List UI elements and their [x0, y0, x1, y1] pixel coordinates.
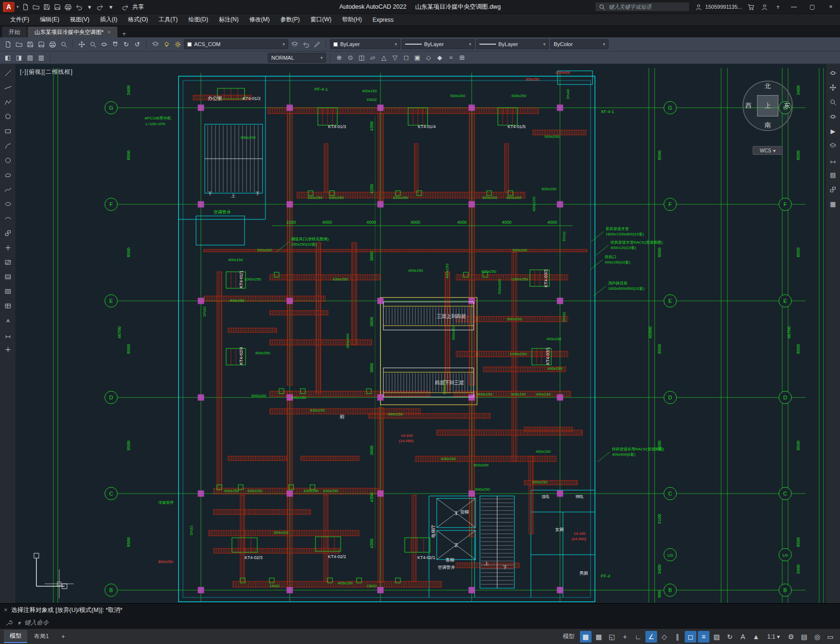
circle-icon[interactable] — [3, 155, 13, 165]
make-current-layer-icon[interactable] — [290, 39, 299, 49]
menu-item-9[interactable]: 参数(P) — [275, 16, 305, 24]
undo-icon[interactable] — [74, 2, 84, 12]
draw-order-front-icon[interactable]: ◧ — [3, 53, 13, 63]
insert-block-icon[interactable] — [3, 228, 13, 238]
annotation-scale-icon[interactable]: 1:1 ▾ — [763, 631, 784, 643]
model-space-canvas[interactable]: [-][俯视][二维线框] 北 南 西 东 上 WCS▾ 三层上到四层四层下到三… — [16, 64, 825, 603]
menu-item-12[interactable]: Express — [367, 17, 399, 23]
divide-icon[interactable] — [3, 345, 13, 354]
plot-icon[interactable] — [48, 39, 57, 49]
viewcube-south[interactable]: 南 — [765, 121, 771, 130]
gradient-icon[interactable] — [3, 272, 13, 281]
mirror-icon[interactable]: ▱ — [368, 53, 378, 63]
menu-item-4[interactable]: 格式(O) — [123, 16, 153, 24]
plot-icon[interactable] — [64, 2, 73, 12]
measure-tool-icon[interactable] — [828, 155, 838, 165]
recent-commands-caret[interactable]: ▾ — [17, 619, 20, 627]
clean-screen-icon[interactable]: ▭ — [824, 631, 836, 643]
layer-previous-icon[interactable] — [301, 39, 311, 49]
show-motion-icon[interactable]: ▶ — [828, 126, 838, 136]
lineweight-combo[interactable]: ByLayer▾ — [476, 39, 549, 49]
hide-objects-icon[interactable]: ▥ — [36, 53, 46, 63]
orbit-tool-icon[interactable] — [828, 112, 838, 121]
text-style-combo[interactable]: NORMAL▾ — [268, 53, 326, 63]
viewcube-top-face[interactable]: 上 — [757, 95, 778, 116]
model-paper-toggle-icon[interactable]: 模型 — [559, 631, 578, 643]
match-properties-icon[interactable] — [312, 39, 322, 49]
hatch-icon[interactable] — [3, 257, 13, 267]
tab-active-drawing[interactable]: 山东某项目冷媒中央空调图* × — [28, 27, 117, 37]
menu-item-10[interactable]: 窗口(W) — [305, 16, 337, 24]
object-snap-icon[interactable]: ◻ — [685, 631, 696, 643]
minimize-button[interactable]: — — [787, 0, 801, 14]
polyline-icon[interactable] — [3, 97, 13, 107]
quick-properties-icon[interactable]: ▤ — [798, 631, 810, 643]
arc-icon[interactable] — [3, 141, 13, 150]
linear-dimension-icon[interactable] — [3, 330, 13, 340]
new-file-icon[interactable] — [3, 39, 13, 49]
model-tab[interactable]: 模型 — [4, 630, 27, 643]
ellipse-arc-icon[interactable] — [3, 214, 13, 223]
command-close-icon[interactable]: × — [4, 607, 7, 613]
plotstyle-combo[interactable]: ByColor▾ — [550, 39, 609, 49]
new-tab-button[interactable]: + — [118, 30, 130, 37]
array-down-icon[interactable]: ▽ — [390, 53, 400, 63]
viewcube-west[interactable]: 西 — [745, 101, 752, 110]
menu-item-0[interactable]: 文件(F) — [5, 16, 34, 24]
navigation-wheel-icon[interactable] — [828, 68, 838, 78]
tab-close-icon[interactable]: × — [107, 29, 110, 35]
grid-tool-icon[interactable]: ⊞ — [457, 53, 467, 63]
help-search-input[interactable]: 键入关键字或短语 — [595, 2, 690, 12]
isometric-drafting-icon[interactable]: ◇ — [659, 631, 670, 643]
revision-cloud-icon[interactable] — [3, 170, 13, 180]
lineweight-display-icon[interactable]: ≡ — [698, 631, 709, 643]
layer-on-sun-icon[interactable] — [173, 39, 182, 49]
undo-caret-icon[interactable]: ▾ — [85, 2, 95, 12]
open-file-icon[interactable] — [14, 39, 24, 49]
color-combo[interactable]: ByLayer▾ — [330, 39, 400, 49]
autodesk-a-icon[interactable] — [759, 2, 769, 12]
layer-off-bulb-icon[interactable] — [162, 39, 171, 49]
draw-order-back-icon[interactable]: ◨ — [14, 53, 24, 63]
osnap-magnet-icon[interactable] — [110, 39, 120, 49]
polygon-icon[interactable] — [3, 112, 13, 121]
menu-item-7[interactable]: 标注(N) — [214, 16, 244, 24]
menu-item-2[interactable]: 视图(V) — [65, 16, 95, 24]
app-store-cart-icon[interactable] — [746, 2, 756, 12]
multiline-text-icon[interactable]: A — [3, 315, 13, 325]
menu-item-3[interactable]: 插入(I) — [95, 16, 122, 24]
regen-icon[interactable]: ↺ — [132, 39, 142, 49]
save-as-icon[interactable] — [53, 2, 63, 12]
spline-icon[interactable] — [3, 184, 13, 194]
tab-start[interactable]: 开始 — [2, 27, 27, 37]
point-icon[interactable] — [3, 243, 13, 252]
linetype-combo[interactable]: ByLayer▾ — [402, 39, 475, 49]
layer-properties-icon[interactable] — [150, 39, 160, 49]
command-line-panel[interactable]: × 选择注释对象或 [放弃(U)/模式(M)]: *取消* ▾ 键入命令 — [0, 603, 840, 628]
rectangle-icon[interactable] — [3, 126, 13, 136]
polar-tracking-icon[interactable]: ∠ — [645, 631, 657, 643]
object-snap-tracking-icon[interactable]: ∥ — [672, 631, 683, 643]
save-icon[interactable] — [42, 2, 52, 12]
close-button[interactable]: × — [824, 0, 838, 14]
diamond-osnap-icon[interactable]: ◇ — [424, 53, 433, 63]
ellipse-icon[interactable] — [3, 199, 13, 209]
save-as-icon[interactable] — [36, 39, 46, 49]
infer-constraints-icon[interactable]: ◱ — [606, 631, 618, 643]
pan-icon[interactable] — [77, 39, 86, 49]
workspace-switching-icon[interactable]: ⚙ — [785, 631, 797, 643]
app-menu-caret[interactable]: ▾ — [16, 4, 19, 9]
ortho-mode-icon[interactable]: ∟ — [632, 631, 644, 643]
add-layout-button[interactable]: + — [56, 631, 71, 642]
isolate-objects-icon[interactable]: ▤ — [25, 53, 35, 63]
customize-wrench-icon[interactable] — [4, 618, 14, 627]
selection-cycling-icon[interactable]: ↻ — [724, 631, 736, 643]
dim-linear-icon[interactable]: ⊕ — [334, 53, 344, 63]
xref-palette-icon[interactable]: ▦ — [828, 199, 838, 209]
snap-mode-icon[interactable]: ▩ — [593, 631, 605, 643]
share-button[interactable]: 共享 — [121, 2, 144, 12]
solid-fill-icon[interactable]: ◆ — [435, 53, 445, 63]
wcs-dropdown[interactable]: WCS▾ — [753, 146, 783, 155]
pan-tool-icon[interactable] — [828, 83, 838, 92]
annotation-autoscale-icon[interactable]: ▲ — [750, 631, 762, 643]
